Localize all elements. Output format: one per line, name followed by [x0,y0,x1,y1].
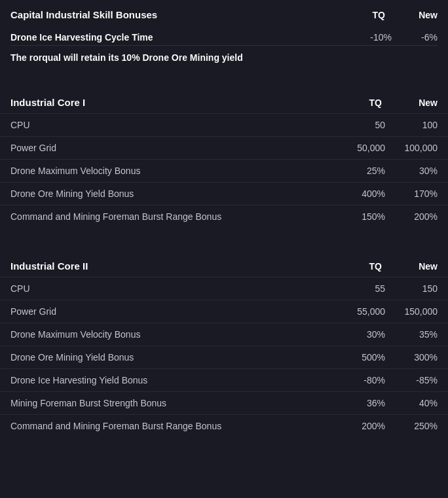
stat-new-value: 30% [392,166,438,176]
table-row: Drone Ore Mining Yield Bonus 500% 300% [0,346,448,368]
drone-row-values: -10% -6% [359,32,438,43]
stat-label: Power Grid [10,143,56,153]
rorqual-note: The rorqual will retain its 10% Drone Or… [10,46,438,65]
new-column-header: New [405,10,438,20]
core1-new-header: New [401,98,438,108]
stat-tq-value: 200% [346,421,392,431]
tq-column-header: TQ [352,10,385,20]
stat-tq-value: -80% [346,375,392,385]
stat-values: 500% 300% [346,352,438,363]
core2-tq-header: TQ [346,261,382,272]
core1-tq-header: TQ [346,98,382,108]
divider-1 [0,69,448,80]
table-row: Drone Ore Mining Yield Bonus 400% 170% [0,182,448,205]
industrial-core-1-section: Industrial Core I TQ New CPU 50 100 Powe… [0,90,448,233]
core1-stats-list: CPU 50 100 Power Grid 50,000 100,000 Dro… [0,113,448,228]
stat-tq-value: 400% [346,188,392,199]
stat-new-value: -85% [392,375,438,385]
stat-new-value: 150 [392,283,438,294]
core2-header-row: Industrial Core II TQ New [0,254,448,277]
stat-values: -80% -85% [346,375,438,385]
stat-tq-value: 55,000 [346,306,392,317]
core2-title: Industrial Core II [10,260,88,272]
stat-label: Drone Ore Mining Yield Bonus [10,188,134,199]
core1-col-headers: TQ New [346,98,438,108]
stat-tq-value: 36% [346,398,392,408]
stat-values: 55 150 [346,283,438,294]
stat-new-value: 150,000 [392,306,438,317]
stat-new-value: 100,000 [392,143,438,153]
core2-stats-list: CPU 55 150 Power Grid 55,000 150,000 Dro… [0,277,448,437]
table-row: Power Grid 55,000 150,000 [0,300,448,323]
table-row: CPU 55 150 [0,277,448,300]
stat-new-value: 35% [392,329,438,340]
stat-label: Power Grid [10,306,56,317]
core1-header-row: Industrial Core I TQ New [0,90,448,113]
stat-label: Command and Mining Foreman Burst Range B… [10,211,221,222]
industrial-core-2-section: Industrial Core II TQ New CPU 55 150 Pow… [0,254,448,442]
stat-values: 55,000 150,000 [346,306,438,317]
header-section: Capital Industrial Skill Bonuses TQ New … [0,0,448,69]
drone-tq-value: -10% [359,32,392,43]
stat-label: Drone Ore Mining Yield Bonus [10,352,134,363]
table-row: Drone Maximum Velocity Bonus 30% 35% [0,323,448,346]
stat-values: 25% 30% [346,166,438,176]
table-row: Command and Mining Foreman Burst Range B… [0,205,448,228]
stat-label: Drone Maximum Velocity Bonus [10,166,140,176]
stat-label: Command and Mining Foreman Burst Range B… [10,421,221,431]
table-row: CPU 50 100 [0,113,448,136]
core2-col-headers: TQ New [346,261,438,272]
stat-tq-value: 55 [346,283,392,294]
table-row: Power Grid 50,000 100,000 [0,136,448,159]
stat-tq-value: 150% [346,211,392,222]
table-row: Drone Maximum Velocity Bonus 25% 30% [0,159,448,182]
drone-ice-harvesting-row: Drone Ice Harvesting Cycle Time -10% -6% [10,27,438,46]
table-row: Mining Foreman Burst Strength Bonus 36% … [0,391,448,414]
stat-values: 50 100 [346,120,438,130]
stat-tq-value: 30% [346,329,392,340]
stat-tq-value: 50,000 [346,143,392,153]
stat-values: 400% 170% [346,188,438,199]
stat-label: Drone Maximum Velocity Bonus [10,329,140,340]
stat-tq-value: 50 [346,120,392,130]
drone-new-value: -6% [405,32,438,43]
stat-new-value: 170% [392,188,438,199]
stat-label: CPU [10,120,30,130]
table-row: Command and Mining Foreman Burst Range B… [0,414,448,437]
stat-values: 30% 35% [346,329,438,340]
divider-2 [0,233,448,243]
stat-new-value: 300% [392,352,438,363]
main-container: Capital Industrial Skill Bonuses TQ New … [0,0,448,442]
header-row: Capital Industrial Skill Bonuses TQ New [10,9,438,20]
stat-label: CPU [10,283,30,294]
stat-label: Drone Ice Harvesting Yield Bonus [10,375,147,385]
stat-values: 150% 200% [346,211,438,222]
stat-new-value: 40% [392,398,438,408]
stat-values: 36% 40% [346,398,438,408]
stat-values: 200% 250% [346,421,438,431]
stat-new-value: 200% [392,211,438,222]
stat-new-value: 100 [392,120,438,130]
page-title: Capital Industrial Skill Bonuses [10,9,157,20]
stat-tq-value: 500% [346,352,392,363]
stat-values: 50,000 100,000 [346,143,438,153]
stat-tq-value: 25% [346,166,392,176]
table-row: Drone Ice Harvesting Yield Bonus -80% -8… [0,368,448,391]
core1-title: Industrial Core I [10,97,85,108]
drone-row-label: Drone Ice Harvesting Cycle Time [10,32,153,43]
core2-new-header: New [401,261,438,272]
stat-new-value: 250% [392,421,438,431]
stat-label: Mining Foreman Burst Strength Bonus [10,398,166,408]
header-col-headers: TQ New [352,10,438,20]
